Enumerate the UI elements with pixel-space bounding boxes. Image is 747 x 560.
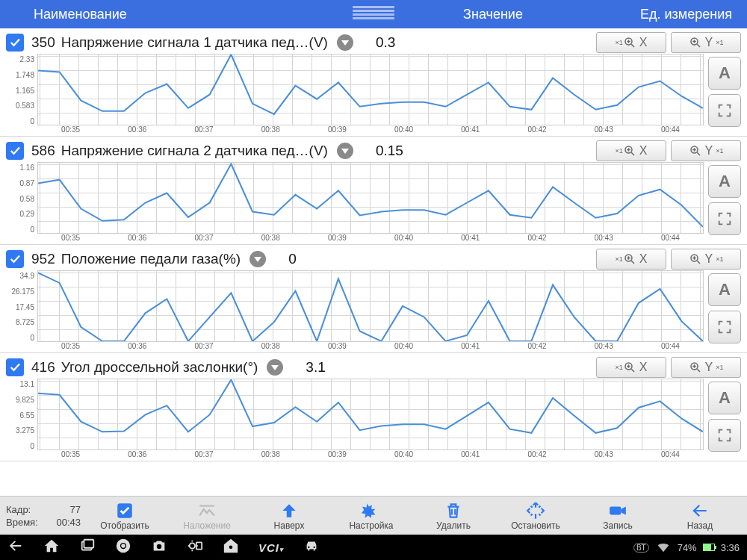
checkbox[interactable]	[6, 34, 24, 52]
col-header-unit: Ед. измерения	[640, 7, 732, 22]
x-ticks: 00:3500:3600:3700:3800:3900:4000:4100:42…	[37, 234, 704, 244]
zoom-x-button[interactable]: ×1X	[596, 32, 666, 53]
x-ticks: 00:3500:3600:3700:3800:3900:4000:4100:42…	[37, 342, 704, 352]
toolbar-show[interactable]: Отобразить	[96, 501, 154, 531]
col-header-value: Значение	[463, 7, 523, 22]
fullscreen-button[interactable]	[708, 311, 741, 343]
toolbar-settings[interactable]: Настройка	[342, 501, 400, 531]
chart-plot	[37, 162, 704, 234]
param-label: Напряжение сигнала 1 датчика пед…(V)	[61, 34, 328, 51]
zoom-y-button[interactable]: Y×1	[671, 140, 741, 161]
back-icon[interactable]	[7, 538, 24, 557]
param-id: 586	[31, 143, 55, 159]
svg-rect-9	[610, 506, 621, 514]
x-ticks: 00:3500:3600:3700:3800:3900:4000:4100:42…	[37, 450, 704, 461]
bt-icon: BT	[633, 543, 649, 553]
fullscreen-button[interactable]	[708, 202, 741, 235]
show-icon	[115, 501, 134, 520]
delete-icon	[444, 501, 463, 520]
frame-time-readout: Кадр:77 Время:00:43	[6, 503, 81, 529]
param-label: Угол дроссельной заслонки(°)	[61, 359, 258, 376]
dropdown-icon[interactable]	[337, 143, 353, 159]
param-block-586: 586Напряжение сигнала 2 датчика пед…(V)0…	[0, 137, 747, 245]
zoom-x-button[interactable]: ×1X	[596, 249, 666, 270]
column-header: Наименование Значение Ед. измерения	[0, 0, 747, 28]
stop-icon	[526, 501, 545, 520]
param-id: 416	[31, 359, 55, 376]
param-value: 0.3	[376, 34, 436, 51]
param-id: 350	[31, 34, 55, 51]
clock: 3:36	[721, 542, 740, 553]
y-ticks: 13.19.8256.553.2750	[6, 379, 37, 458]
auto-scale-button[interactable]: A	[708, 273, 741, 306]
vci-label: VCI▾	[258, 541, 284, 554]
auto-scale-button[interactable]: A	[708, 57, 741, 90]
settings-icon	[362, 501, 381, 520]
col-header-name: Наименование	[34, 7, 127, 22]
launcher-icon[interactable]	[223, 538, 239, 557]
fullscreen-button[interactable]	[708, 94, 741, 127]
toolbar-top[interactable]: Наверх	[260, 501, 318, 531]
battery-percent: 74%	[678, 542, 697, 553]
home-icon[interactable]	[43, 538, 60, 557]
x-ticks: 00:3500:3600:3700:3800:3900:4000:4100:42…	[37, 125, 704, 136]
svg-rect-11	[84, 540, 93, 548]
back-icon	[690, 501, 710, 520]
param-value: 0.15	[376, 143, 436, 159]
battery-icon	[703, 544, 715, 551]
chart-plot	[37, 54, 704, 125]
y-ticks: 34.926.17517.458.7250	[6, 270, 37, 349]
camera-icon[interactable]	[151, 538, 167, 557]
drag-handle-icon[interactable]	[353, 4, 394, 21]
svg-point-20	[313, 547, 314, 548]
svg-point-15	[157, 544, 161, 549]
svg-point-14	[121, 544, 125, 548]
y-ticks: 1.160.870.580.290	[6, 162, 37, 241]
fullscreen-button[interactable]	[708, 419, 741, 452]
car-icon[interactable]	[303, 538, 320, 557]
checkbox[interactable]	[6, 142, 24, 160]
param-block-350: 350Напряжение сигнала 1 датчика пед…(V)0…	[0, 28, 747, 137]
recents-icon[interactable]	[79, 538, 96, 557]
param-id: 952	[31, 251, 55, 267]
chart-plot	[37, 379, 704, 450]
checkbox[interactable]	[6, 250, 24, 268]
checkbox[interactable]	[6, 358, 24, 376]
bottom-toolbar: Кадр:77 Время:00:43 ОтобразитьНаложениеН…	[0, 496, 747, 535]
zoom-x-button[interactable]: ×1X	[596, 357, 666, 378]
param-value: 3.1	[306, 359, 365, 376]
zoom-y-button[interactable]: Y×1	[671, 249, 741, 270]
toolbar-delete[interactable]: Удалить	[424, 501, 483, 531]
param-value: 0	[288, 251, 348, 267]
svg-point-18	[229, 546, 233, 550]
toolbar-stop[interactable]: Остановить	[506, 501, 565, 531]
dropdown-icon[interactable]	[337, 34, 353, 51]
dropdown-icon[interactable]	[249, 251, 266, 267]
overlay-icon	[197, 501, 217, 520]
zoom-y-button[interactable]: Y×1	[671, 357, 741, 378]
zoom-x-button[interactable]: ×1X	[596, 140, 666, 161]
top-icon	[279, 501, 299, 520]
svg-point-16	[190, 543, 195, 548]
wifi-icon	[655, 538, 672, 557]
toolbar-back[interactable]: Назад	[671, 501, 729, 531]
zoom-y-button[interactable]: Y×1	[671, 32, 741, 53]
toolbar-record[interactable]: Запись	[589, 501, 647, 531]
toolbar-overlay[interactable]: Наложение	[178, 501, 236, 531]
record-icon	[608, 501, 627, 520]
param-label: Положение педали газа(%)	[61, 251, 241, 267]
svg-point-19	[308, 547, 309, 548]
chrome-icon[interactable]	[115, 538, 131, 557]
dropdown-icon[interactable]	[267, 359, 283, 376]
auto-scale-button[interactable]: A	[708, 382, 741, 414]
param-block-952: 952Положение педали газа(%)0×1XY×134.926…	[0, 245, 747, 353]
param-label: Напряжение сигнала 2 датчика пед…(V)	[61, 143, 328, 159]
y-ticks: 2.331.7481.1650.5830	[6, 54, 37, 133]
auto-scale-button[interactable]: A	[708, 165, 741, 198]
chart-plot	[37, 270, 704, 342]
param-block-416: 416Угол дроссельной заслонки(°)3.1×1XY×1…	[0, 353, 747, 461]
brightness-icon[interactable]	[187, 538, 203, 557]
android-navbar: VCI▾ BT 74% 3:36	[0, 535, 747, 560]
